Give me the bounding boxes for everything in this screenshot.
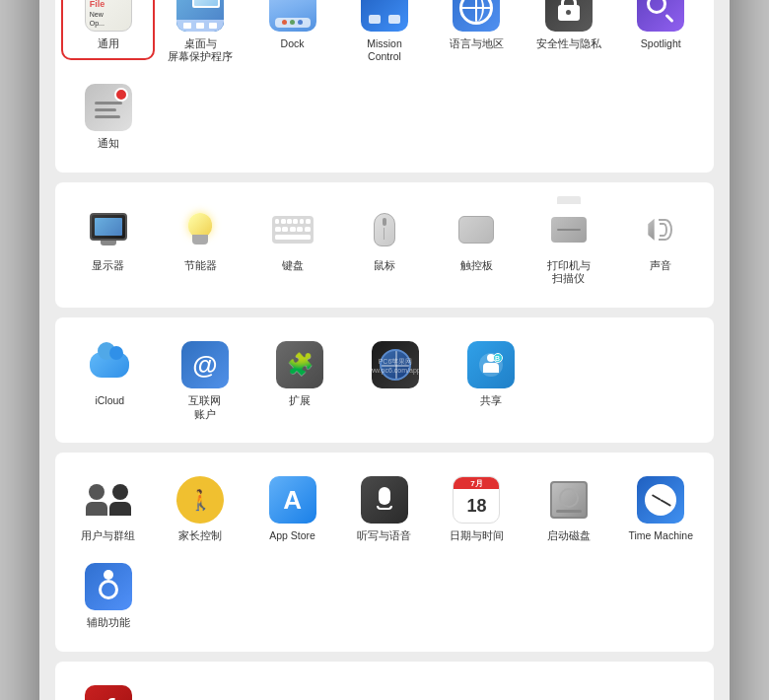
parental-icon-wrap: 🚶 <box>175 474 226 525</box>
dock-item[interactable]: Dock <box>249 0 335 56</box>
share-label: 共享 <box>480 394 502 408</box>
appstore-icon-wrap: A <box>267 474 318 525</box>
share-icon: B <box>467 341 515 388</box>
display-item[interactable]: 显示器 <box>65 198 151 279</box>
sound-label: 声音 <box>650 259 671 273</box>
puzzle-icon: 🧩 <box>287 352 314 378</box>
users-item[interactable]: 用户与群组 <box>65 468 151 549</box>
security-label: 安全性与隐私 <box>536 37 601 51</box>
datetime-label: 日期与时间 <box>450 529 504 543</box>
appstore-item[interactable]: A App Store <box>249 468 335 549</box>
mission-item[interactable]: MissionControl <box>341 0 427 70</box>
spotlight-item[interactable]: Spotlight <box>618 0 704 56</box>
trackpad-icon-wrap <box>451 204 502 255</box>
other-grid: ƒ Flash Player <box>65 677 704 700</box>
dictation-item[interactable]: 听写与语音 <box>341 468 427 549</box>
keyboard-item[interactable]: 键盘 <box>249 198 335 279</box>
general-item[interactable]: File New Op... 通用 <box>65 0 151 56</box>
keyboard-label: 键盘 <box>282 259 304 273</box>
startup-item[interactable]: 启动磁盘 <box>525 468 611 549</box>
datetime-icon: 7月 18 <box>453 476 500 524</box>
system-preferences-window: ‹ › 系统偏好设置 🔍 ✕ <box>39 0 730 700</box>
sound-icon <box>637 206 684 253</box>
language-item[interactable]: 语言与地区 <box>434 0 520 56</box>
timemachine-label: Time Machine <box>629 529 694 543</box>
display-icon <box>85 206 132 253</box>
datetime-item[interactable]: 7月 18 日期与时间 <box>434 468 520 549</box>
notify-item[interactable]: 通知 <box>65 76 151 157</box>
timemachine-icon <box>637 476 684 524</box>
share-icon-wrap: B <box>465 339 517 390</box>
desktop-icon-wrap <box>175 0 226 34</box>
timemachine-item[interactable]: Time Machine <box>618 468 704 549</box>
dock-icon-wrap <box>267 0 318 34</box>
printer-item[interactable]: 打印机与扫描仪 <box>525 198 611 292</box>
mouse-item[interactable]: 鼠标 <box>341 198 427 279</box>
accessibility-icon <box>85 563 132 610</box>
internet-icon-wrap: @ <box>179 339 231 390</box>
accessibility-icon-wrap <box>83 561 134 612</box>
a-icon: A <box>283 485 302 516</box>
personal-section: File New Op... 通用 <box>55 0 714 173</box>
accessibility-label: 辅助功能 <box>87 616 130 630</box>
internet-label: 互联网账户 <box>188 394 221 421</box>
expand-icon: 🧩 <box>276 341 323 388</box>
parental-item[interactable]: 🚶 家长控制 <box>157 468 243 549</box>
hardware-grid: 显示器 节能器 <box>65 198 704 292</box>
parental-icon: 🚶 <box>176 476 224 524</box>
accessibility-item[interactable]: 辅助功能 <box>65 555 151 636</box>
icloud-icon <box>86 341 133 388</box>
dock-label: Dock <box>281 37 305 51</box>
expand-item[interactable]: 🧩 扩展 <box>255 333 345 414</box>
users-icon <box>85 476 132 524</box>
dock-icon <box>269 0 316 32</box>
internet-icon: @ <box>181 341 229 388</box>
security-icon <box>545 0 593 32</box>
language-label: 语言与地区 <box>450 37 504 51</box>
sound-item[interactable]: 声音 <box>618 198 704 279</box>
desktop-item[interactable]: 桌面与屏幕保护程序 <box>157 0 243 70</box>
appstore-icon: A <box>269 476 316 524</box>
startup-icon-wrap <box>543 474 594 525</box>
globe-item[interactable]: PC6苹果网 www.pc6.com/apple <box>351 333 441 400</box>
appstore-label: App Store <box>269 529 315 543</box>
other-section: ƒ Flash Player <box>55 662 714 700</box>
spotlight-icon <box>637 0 684 32</box>
printer-icon-wrap <box>543 204 594 255</box>
printer-label: 打印机与扫描仪 <box>547 259 591 286</box>
share-item[interactable]: B 共享 <box>446 333 535 414</box>
display-label: 显示器 <box>92 259 124 273</box>
internet-item[interactable]: @ 互联网账户 <box>161 333 250 427</box>
display-icon-wrap <box>83 204 134 255</box>
globe-big-icon: PC6苹果网 www.pc6.com/apple <box>372 341 419 388</box>
expand-label: 扩展 <box>289 394 311 408</box>
internet-grid: iCloud @ 互联网账户 🧩 <box>65 333 704 427</box>
energy-item[interactable]: 节能器 <box>157 198 243 279</box>
datetime-day: 18 <box>454 489 499 523</box>
notify-label: 通知 <box>98 137 119 151</box>
notify-icon-wrap <box>83 82 134 133</box>
datetime-icon-wrap: 7月 18 <box>451 474 502 525</box>
mission-label: MissionControl <box>367 37 402 64</box>
at-icon: @ <box>192 350 217 381</box>
dictation-icon <box>361 476 408 524</box>
startup-label: 启动磁盘 <box>547 529 591 543</box>
flash-item[interactable]: ƒ Flash Player <box>65 677 151 700</box>
mouse-icon <box>361 206 408 253</box>
flash-icon-wrap: ƒ <box>83 683 134 700</box>
security-item[interactable]: 安全性与隐私 <box>525 0 611 56</box>
globe-icon-wrap: PC6苹果网 www.pc6.com/apple <box>370 339 421 390</box>
flash-icon: ƒ <box>85 685 132 700</box>
language-icon-wrap <box>451 0 502 34</box>
trackpad-label: 触控板 <box>460 259 493 273</box>
sound-icon-wrap <box>635 204 686 255</box>
system-section: 用户与群组 🚶 家长控制 <box>55 453 714 651</box>
dictation-icon-wrap <box>359 474 410 525</box>
datetime-month: 7月 <box>454 477 499 489</box>
trackpad-item[interactable]: 触控板 <box>434 198 520 279</box>
spotlight-label: Spotlight <box>641 37 681 51</box>
desktop-label: 桌面与屏幕保护程序 <box>168 37 233 64</box>
startup-icon <box>545 476 593 524</box>
keyboard-icon-wrap <box>267 204 318 255</box>
icloud-item[interactable]: iCloud <box>65 333 155 414</box>
